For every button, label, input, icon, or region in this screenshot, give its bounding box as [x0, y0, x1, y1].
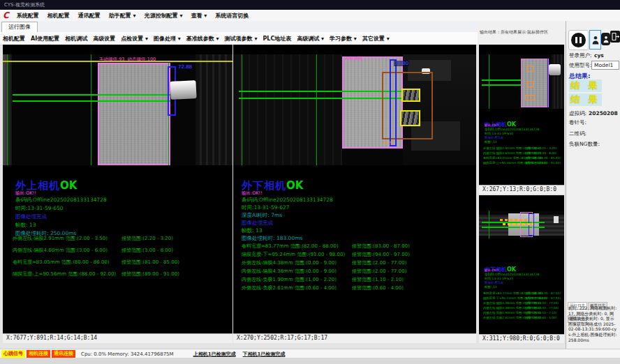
dimension-label: 41.50	[383, 140, 394, 145]
baseline-horizontal-2	[13, 100, 170, 102]
camera-view-outer-upper: 手动阈值:93, 动态阈值:100 72.88 外上相机OK 输出:OK!! 条…	[3, 45, 232, 343]
status-bar: 心跳信号 相机连接 通讯连接 Cpu: 0.0% Memory: 3424.41…	[0, 349, 620, 358]
person-icon	[603, 36, 609, 43]
measurement-value: 隔膜宽度-下=95.24mm 范围:(93.00 - 98.00)	[242, 251, 345, 258]
ok-status: OK	[286, 179, 303, 192]
control-panel: 登录用户: cys 使用型号: Model1 总结果: 结 果 结 果 虚拟码:…	[566, 21, 620, 349]
time-text: 时间:13-31-59-650	[485, 132, 513, 135]
toolbar-item-image-processing[interactable]: 图像处理 ▾	[151, 33, 184, 45]
baseline-vertical-1	[242, 54, 242, 165]
menu-bar: C 系统配置 相机配置 通讯配置 助手配置 ▾ 光源控制配置 ▾ 查看 ▾ 系统…	[0, 10, 620, 22]
roi-box-blue	[390, 59, 397, 146]
output-label: 输出:OK!!	[485, 123, 499, 127]
menu-item-camera-config[interactable]: 相机配置	[43, 10, 74, 21]
toolbar-item-learning-params[interactable]: 学习参数 ▾	[327, 33, 360, 45]
menu-item-light-config[interactable]: 光源控制配置 ▾	[140, 10, 187, 21]
results-header: 输出结果：所有结果展示·鼠标操作区	[478, 21, 565, 45]
menu-item-comm-config[interactable]: 通讯配置	[74, 10, 105, 21]
threshold-label: 手动阈值:93, 动态阈值:100	[99, 56, 156, 63]
toolbar-item-plc-address[interactable]: PLC地址表	[260, 33, 294, 45]
window-title: CYS-视觉检测系统	[4, 2, 45, 8]
results-header-label: 输出结果：所有结果展示·鼠标操作区	[480, 29, 548, 34]
process-done-text: 图像处理完成	[485, 136, 503, 139]
measurement-alarm: 报警范围:(2.00 - 77.00)	[352, 268, 406, 275]
user-button[interactable]	[601, 33, 610, 45]
baseline-horizontal-1	[239, 91, 403, 92]
measurement-alarm: 报警范围:(81.00 - 85.00)	[525, 156, 561, 160]
menu-item-language-switch[interactable]: 系统语言切换	[211, 10, 253, 21]
barcode-text: 条码码:Offline20250208133134728	[485, 273, 539, 276]
measurement-alarm: 报警范围:(83.00 - 87.00)	[525, 291, 561, 295]
frame-count-text: 帧数: 13	[242, 227, 262, 234]
tab-run-image[interactable]: 运行图像	[1, 22, 38, 32]
process-time-text: 图像处理耗时: 183.00ms	[242, 235, 302, 242]
frame-count-text: 帧数: 13	[15, 222, 36, 229]
toolbar-item-camera-debug[interactable]: 相机调试	[62, 33, 90, 45]
exit-door-icon	[610, 31, 620, 43]
measurement-alarm: 报警范围:(2.00 - 77.00)	[352, 259, 406, 266]
exit-button[interactable]	[610, 31, 620, 45]
camera-image-outer-lower[interactable]: AI检测框 73.80 41.50	[233, 54, 476, 165]
pixel-coords-bar: X:267;Y:13;R:0;G:0;B:0	[479, 185, 564, 194]
measurement-alarm: 报警范围:(3.00 - 8.00)	[121, 247, 173, 254]
camera-image-inner-upper[interactable]	[479, 54, 564, 109]
baseline-vertical-2	[316, 54, 317, 165]
pause-button[interactable]	[568, 30, 589, 50]
measurement-alarm: 报警范围:(1.10 - 2.10)	[352, 276, 404, 283]
measurement-alarm: 报警范围:(2.20 - 3.20)	[121, 235, 173, 242]
app-logo-icon: C	[3, 10, 9, 21]
user-login-button-active[interactable]	[589, 30, 601, 50]
toolbar-item-advanced-debug[interactable]: 高级调试 ▾	[294, 33, 327, 45]
annotation-orange-2	[503, 223, 533, 225]
toolbar-item-advanced-settings[interactable]: 高级设置	[90, 33, 118, 45]
comm-connection-badge: 通讯连接	[52, 350, 75, 358]
measurement-alarm: 报警范围:(0.60 - 4.00)	[352, 285, 404, 291]
process-done-text: 图像处理完成	[15, 213, 47, 220]
login-user-label: 登录用户:	[569, 52, 592, 59]
measurement-value: 外侧左线-隔膜4.38mm 范围:(0.00 - 9.00)	[242, 259, 337, 266]
detect-box-orange-2	[526, 81, 533, 87]
toolbar-item-camera-config[interactable]: 相机配置	[0, 33, 28, 45]
model-label: 使用型号:	[569, 62, 592, 69]
roi-line-blue	[547, 59, 548, 107]
menu-item-assistant-config[interactable]: 助手配置 ▾	[105, 10, 140, 21]
frame-count-text: 帧数: 13	[485, 285, 497, 289]
output-label: 输出:OK!!	[485, 268, 499, 272]
toolbar-item-ai-usage[interactable]: AI使用配置	[28, 33, 62, 45]
menu-item-system-config[interactable]: 系统配置	[13, 10, 43, 21]
machine-highlight	[554, 216, 559, 223]
connector-tab	[170, 80, 196, 100]
process-done-text: 图像处理完成	[485, 281, 503, 285]
detect-box-yellow-1	[401, 89, 420, 102]
measurement-alarm: 报警范围:(2.00 - 77.00)	[525, 306, 559, 310]
baseline-horizontal-2	[482, 227, 545, 228]
toolbar-item-spot-check[interactable]: 点检设置 ▾	[118, 33, 151, 45]
log-text: 耗时: 222, 网络检测耗时: 17, 网络分类耗时: 0, 网络模块分类耗时…	[568, 305, 617, 342]
camera-view-inner-upper: 内上相机OK 输出:OK!! 条码码:Offline20250208133134…	[479, 45, 564, 194]
menu-item-view[interactable]: 查看 ▾	[186, 10, 211, 21]
baseline-vertical	[489, 54, 489, 109]
camera-image-outer-upper[interactable]: 手动阈值:93, 动态阈值:100 72.88	[3, 54, 232, 165]
baseline-vertical-1	[7, 54, 8, 165]
result-box-upper: 结 果	[569, 79, 602, 92]
title-bar: CYS-视觉检测系统	[0, 0, 620, 10]
time-text: 时间:13-31-59-650	[15, 205, 64, 212]
cpu-memory-text: Cpu: 0.0% Memory: 3424.41796875M	[81, 351, 174, 357]
toolbar-item-test-params[interactable]: 测试项参数 ▾	[222, 33, 260, 45]
frame-count-text: 帧数: 13	[485, 140, 497, 144]
machine-band-right	[552, 54, 564, 109]
ok-status: OK	[507, 121, 516, 128]
toolbar-item-other-settings[interactable]: 其它设置 ▾	[360, 33, 392, 45]
virtual-code-value: 20250208	[589, 110, 618, 116]
time-text: 时间:13-31-59-627	[485, 277, 513, 280]
camera-image-inner-lower[interactable]	[479, 211, 564, 238]
measurement-alarm: 报警范围:(81.00 - 85.00)	[121, 259, 179, 266]
model-select[interactable]: Model1	[591, 61, 619, 70]
heartbeat-badge: 心跳信号	[1, 350, 25, 358]
toolbar-item-baseline-params[interactable]: 基准线参数 ▾	[184, 33, 222, 45]
measurement-value: 外侧左线-负极2.61mm 范围:(0.60 - 4.00)	[242, 285, 337, 291]
measurement-alarm: 报警范围:(89.00 - 91.00)	[525, 161, 561, 165]
virtual-code-label: 虚拟码:	[569, 110, 586, 117]
machine-zone-left	[233, 54, 342, 165]
measurement-alarm: 报警范围:(0.60 - 4.00)	[525, 316, 556, 319]
